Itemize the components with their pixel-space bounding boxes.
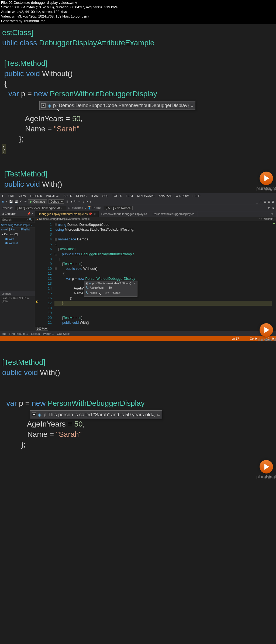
code-content[interactable]: ⊟using Demos.DemoSupportCode; using Micr… [54,221,272,326]
bottom-tab[interactable]: put [2,332,6,335]
pluralsight-logo: pluralsight 00:01:40 [256,323,276,342]
step-into-icon[interactable]: ↓ [82,200,84,203]
editor-tab-active[interactable]: DebuggerDisplayAtttributeExample.cs 📌× [35,211,99,217]
toolbar-btn[interactable]: ⊠ [272,200,274,203]
mouse-cursor-icon [56,104,60,110]
editor-tabs[interactable]: DebuggerDisplayAtttributeExample.cs 📌× P… [35,211,276,217]
pin-icon[interactable]: ⊏ [157,412,160,417]
breadcrumb-member[interactable]: • ⊘ Without() [259,217,274,220]
pin-icon[interactable]: 📌 [88,212,92,216]
add-icon[interactable]: + [272,221,276,226]
step-over-icon[interactable]: ↷ [86,200,88,203]
menu-item[interactable]: HELP [192,194,200,197]
close-icon[interactable]: × [94,212,95,216]
parens: () [68,69,73,78]
bottom-tab[interactable]: Call Stack [57,332,70,335]
value-sarah: "Sarah" [54,125,80,133]
breakpoint-margin[interactable]: ◐ [35,221,41,326]
code-area[interactable]: ◐ 123456789101112131415161718192021 ⊟usi… [35,221,276,326]
breadcrumb-scope[interactable]: ⬥Demos.DebuggerDisplayAttributeExample [37,217,89,220]
suspend-toggle[interactable]: ☐ Suspend [68,206,83,210]
save-icon[interactable]: 💾 [9,200,13,203]
redo-icon[interactable]: ↷ [24,200,26,203]
close-brace: }; [21,440,26,449]
scroll-map[interactable]: + [272,221,276,326]
bottom-tab[interactable]: Watch 1 [43,332,54,335]
menu-item[interactable]: TEAM [90,194,99,197]
test-explorer-panel[interactable]: st Explorer 📌 × Search × 🔍 Streaming Vid… [0,211,35,332]
debugger-datatip[interactable]: + ◈ p This person is called "Sarah" and … [30,410,162,419]
keyword-public-void: oublic void [2,368,40,377]
filter-icon[interactable]: ▼ [267,206,270,210]
restart-icon[interactable]: ↻ [74,200,76,203]
search-input[interactable]: Search × 🔍 [1,217,34,222]
editor-tab[interactable]: PersonWithDebuggerDisplay.cs [150,211,197,217]
close-icon[interactable]: × [32,212,33,215]
thread-dropdown[interactable]: [5552] <No Name> [104,206,133,210]
editor-tab[interactable]: PersonWithoutDebuggerDisplay.cs [99,211,150,217]
debugger-datatip[interactable]: + ◈ p {Demos.DemoSupportCode.PersonWitho… [39,101,195,110]
menu-item[interactable]: ANALYZE [158,194,172,197]
undo-icon[interactable]: ↶ [20,200,22,203]
playlist-link[interactable]: Playlist [21,228,30,231]
datatip-row[interactable]: 🔧AgeInYears 50 [85,286,136,290]
object-icon: ◈ [47,103,51,108]
editor-area: DebuggerDisplayAtttributeExample.cs 📌× P… [35,211,276,332]
tab-overflow-icon[interactable]: ▾ [269,211,276,217]
menu-item[interactable]: DEBUG [76,194,87,197]
var-p: p [21,90,25,98]
menu-item[interactable]: MINDSCAPE [137,194,155,197]
nav-back-icon[interactable]: ◉ [2,200,4,203]
expand-icon[interactable]: ▣ [85,282,88,285]
test-item-without[interactable]: Without [0,241,35,245]
menu-item[interactable]: SQL [102,194,108,197]
open-brace: { [4,79,7,88]
bottom-tabs[interactable]: put Find Results 1 Locals Watch 1 Call S… [0,331,276,336]
datatip-var: p [44,411,46,418]
datatip-row[interactable]: 🔧Name ⊝ ▾ "Sarah" [85,290,136,296]
menu-item[interactable]: TOOLS [112,194,122,197]
debugger-datatip-expanded[interactable]: ▣◈p {This is overridden ToString() ⊏ 🔧Ag… [84,281,137,297]
menu-item[interactable]: VIEW [18,194,26,197]
bottom-tab[interactable]: Find Results 1 [9,332,28,335]
menu-item[interactable]: BUILD [64,194,72,197]
menu-item[interactable]: WINDOW [176,194,189,197]
toolbar-btn[interactable]: ▁ [256,200,258,203]
streaming-link[interactable]: Streaming Videos Imprc ▾ [0,223,35,227]
test-item-with[interactable]: With [0,237,35,241]
pin-icon[interactable]: ⊏ [191,103,194,108]
menu-bar[interactable]: E EDIT VIEW TELERIK PROJECT BUILD DEBUG … [0,193,276,199]
continue-button[interactable]: ▶Continue [28,199,47,204]
menu-item[interactable]: E [2,194,4,197]
save-all-icon[interactable]: 💾 [15,200,18,203]
menu-item[interactable]: EDIT [8,194,15,197]
toolbar-btn[interactable]: ⊟ [268,200,270,203]
step-out-icon[interactable]: ↑ [90,200,91,203]
toolbar-btn[interactable]: ⊞ [264,200,266,203]
menu-item[interactable]: TEST [126,194,133,197]
pause-icon[interactable]: ⏸ [66,200,69,203]
nav-forward-icon[interactable]: ▸ [6,200,8,203]
config-dropdown[interactable]: Debug [49,199,64,204]
show-next-icon[interactable]: → [78,200,81,203]
run-link[interactable]: Run… [11,228,18,231]
menu-item[interactable]: TELERIK [30,194,42,197]
cancel-link[interactable]: ancel [1,228,8,231]
menu-item[interactable]: PROJECT [46,194,60,197]
stack-frame-icon[interactable]: ⇅ [272,206,274,210]
breadcrumb[interactable]: ⬥Demos.DebuggerDisplayAttributeExample •… [35,217,276,221]
process-dropdown[interactable]: [6612] vstest.executionengine.x86… [15,206,66,210]
expand-icon[interactable]: + [41,103,46,108]
pin-icon[interactable]: ⊏ [134,282,136,285]
stop-icon[interactable]: ■ [70,200,72,203]
search-icon[interactable]: 🔍 [29,218,33,222]
toolbar-btn[interactable]: ▢ [260,200,262,203]
test-group[interactable]: ▸ Demos (2) [0,231,35,237]
toolbar[interactable]: ◉ ▸ 💾 💾 ↶ ↷ ▶Continue Debug ⏸ ■ ↻ → ↓ ↷ … [0,199,276,205]
pin-icon[interactable]: 📌 [27,212,31,215]
bottom-tab[interactable]: Locals [31,332,40,335]
zoom-dropdown[interactable]: 100 % ▾ [36,327,48,331]
datatip-row[interactable]: ▣◈p {This is overridden ToString() ⊏ [85,281,136,286]
expand-icon[interactable]: + [32,413,36,417]
clear-icon[interactable]: × [26,218,28,221]
